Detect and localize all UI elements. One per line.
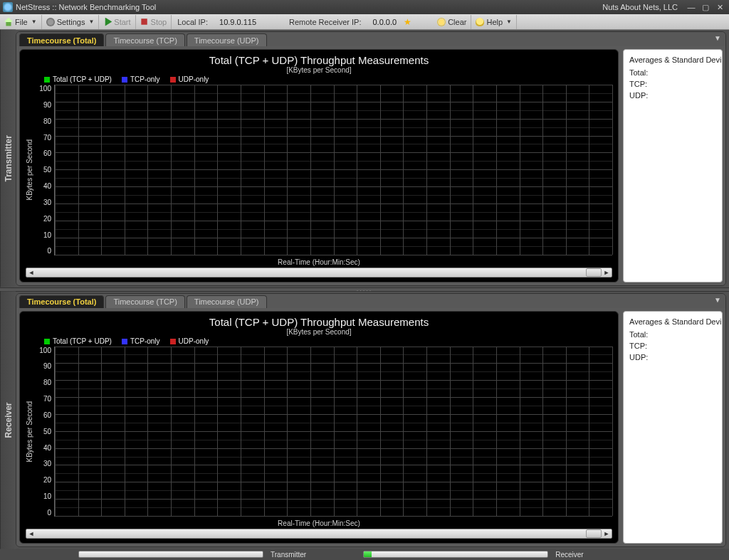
gear-icon	[46, 18, 55, 26]
scroll-left-icon[interactable]: ◄	[26, 269, 36, 276]
company-label: Nuts About Nets, LLC	[602, 3, 678, 11]
scroll-thumb[interactable]	[586, 268, 602, 277]
stats-udp: UDP:	[629, 91, 716, 100]
transmitter-panel: Timecourse (Total) Timecourse (TCP) Time…	[16, 31, 726, 286]
splitter[interactable]	[0, 287, 729, 292]
rx-stats-panel: Averages & Standard Deviations Total: TC…	[623, 311, 723, 544]
plot-grid	[54, 347, 612, 517]
window-title: NetStress :: Network Benchmarking Tool	[16, 3, 156, 11]
tx-chart: Total (TCP + UDP) Throughput Measurement…	[19, 49, 619, 282]
legend-swatch-udp	[170, 77, 176, 83]
stop-icon	[140, 18, 149, 26]
file-menu[interactable]: File▼	[0, 15, 42, 29]
tab-timecourse-udp[interactable]: Timecourse (UDP)	[187, 33, 267, 46]
remote-ip-label: Remote Receiver IP:	[283, 18, 367, 26]
remote-ip[interactable]: 0.0.0.0	[367, 18, 403, 26]
bulb-icon	[476, 18, 484, 26]
play-icon	[103, 18, 112, 26]
stop-button[interactable]: Stop	[136, 15, 172, 29]
stats-tcp: TCP:	[629, 342, 716, 350]
clear-button[interactable]: Clear	[433, 15, 471, 29]
tx-meter	[78, 551, 263, 558]
legend-swatch-tcp	[122, 77, 127, 83]
receiver-panel: Timecourse (Total) Timecourse (TCP) Time…	[16, 293, 726, 548]
y-axis: 1009080706050403020100	[34, 85, 54, 255]
chart-legend: Total (TCP + UDP) TCP-only UDP-only	[26, 337, 612, 345]
stats-header: Averages & Standard Deviations	[629, 317, 716, 326]
tab-timecourse-tcp[interactable]: Timecourse (TCP)	[105, 295, 184, 308]
stats-total: Total:	[629, 68, 716, 77]
status-bar: Transmitter Receiver	[0, 549, 729, 560]
y-axis: 1009080706050403020100	[34, 347, 54, 517]
sun-icon	[437, 18, 446, 26]
scroll-right-icon[interactable]: ►	[602, 269, 612, 276]
status-rx-label: Receiver	[555, 551, 583, 559]
scroll-right-icon[interactable]: ►	[602, 530, 612, 537]
chart-title: Total (TCP + UDP) Throughput Measurement…	[26, 316, 612, 328]
status-tx-label: Transmitter	[271, 551, 306, 559]
close-button[interactable]: ✕	[713, 2, 726, 12]
maximize-button[interactable]: ▢	[699, 2, 712, 12]
tab-timecourse-total[interactable]: Timecourse (Total)	[19, 295, 104, 308]
legend-swatch-total	[44, 339, 50, 344]
rx-chart: Total (TCP + UDP) Throughput Measurement…	[19, 311, 619, 544]
app-icon	[3, 2, 13, 12]
tx-stats-panel: Averages & Standard Deviations Total: TC…	[623, 49, 723, 282]
scroll-thumb[interactable]	[586, 529, 602, 538]
receiver-tab[interactable]: Receiver	[0, 292, 16, 549]
chart-scrollbar[interactable]: ◄ ►	[26, 268, 612, 278]
stats-udp: UDP:	[629, 353, 716, 361]
chart-subtitle: [KBytes per Second]	[26, 66, 612, 74]
stats-total: Total:	[629, 330, 716, 339]
plot-grid	[54, 85, 612, 255]
tab-timecourse-udp[interactable]: Timecourse (UDP)	[187, 295, 267, 308]
chart-scrollbar[interactable]: ◄ ►	[26, 529, 612, 539]
tx-tabs: Timecourse (Total) Timecourse (TCP) Time…	[16, 32, 725, 46]
x-axis-label: Real-Time (Hour:Min:Sec)	[26, 519, 612, 527]
legend-swatch-udp	[170, 339, 176, 344]
home-icon	[4, 18, 13, 26]
settings-menu[interactable]: Settings▼	[42, 15, 100, 29]
legend-swatch-tcp	[122, 339, 127, 344]
y-axis-label: KBytes per Second	[26, 85, 34, 255]
legend-swatch-total	[44, 77, 50, 83]
tab-timecourse-tcp[interactable]: Timecourse (TCP)	[105, 33, 184, 46]
rx-meter	[363, 551, 548, 558]
stats-tcp: TCP:	[629, 80, 716, 88]
start-button[interactable]: Start	[99, 15, 135, 29]
scroll-left-icon[interactable]: ◄	[26, 530, 36, 537]
y-axis-label: KBytes per Second	[26, 347, 34, 517]
star-icon[interactable]: ★	[404, 17, 411, 27]
chart-title: Total (TCP + UDP) Throughput Measurement…	[26, 54, 612, 66]
chart-legend: Total (TCP + UDP) TCP-only UDP-only	[26, 75, 612, 83]
help-menu[interactable]: Help▼	[471, 15, 517, 29]
toolbar: File▼ Settings▼ Start Stop Local IP: 10.…	[0, 14, 729, 30]
titlebar: NetStress :: Network Benchmarking Tool N…	[0, 0, 729, 14]
minimize-button[interactable]: —	[685, 2, 698, 12]
rx-tabs: Timecourse (Total) Timecourse (TCP) Time…	[16, 294, 725, 308]
chart-subtitle: [KBytes per Second]	[26, 328, 612, 336]
panel-menu-icon[interactable]: ▼	[714, 34, 721, 42]
tab-timecourse-total[interactable]: Timecourse (Total)	[19, 33, 104, 46]
panel-menu-icon[interactable]: ▼	[714, 296, 721, 304]
local-ip: 10.9.0.115	[214, 18, 262, 26]
local-ip-label: Local IP:	[172, 18, 214, 26]
stats-header: Averages & Standard Deviations	[629, 56, 716, 64]
x-axis-label: Real-Time (Hour:Min:Sec)	[26, 258, 612, 266]
transmitter-tab[interactable]: Transmitter	[0, 30, 16, 287]
